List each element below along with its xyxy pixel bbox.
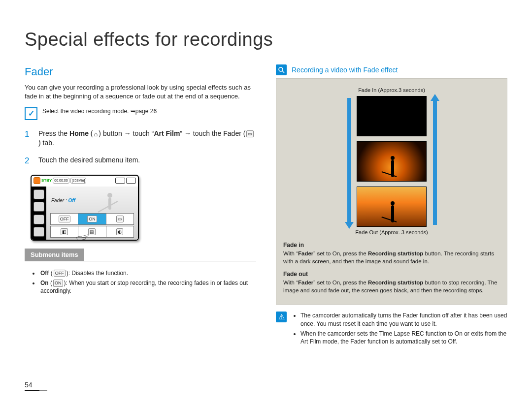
- prerequisite-row: ✓ Select the video recording mode. ➥page…: [25, 107, 256, 120]
- submenu-box: Off (OFF): Disables the function.On (ON)…: [25, 261, 256, 295]
- fade-in-subheading: Fade in: [283, 241, 500, 249]
- notes-list: The camcorder automatically turns the Fa…: [292, 312, 507, 347]
- option-extra[interactable]: ▭: [106, 214, 133, 224]
- note-item: When the camcorder sets the Time Lapse R…: [300, 330, 507, 345]
- step-1-text: Press the Home (⌂) button → touch “Art F…: [38, 129, 256, 148]
- golfer-silhouette-icon: [96, 191, 123, 216]
- svg-rect-1: [108, 198, 111, 210]
- fader-status-label: Fader : Off: [51, 197, 75, 204]
- home-icon: ⌂: [94, 130, 98, 139]
- fade-frame-black: [357, 96, 427, 136]
- card-icon: [115, 178, 125, 184]
- elapsed-time: 00:00:00: [53, 178, 69, 183]
- fade-out-caption: Fade Out (Approx. 3 seconds): [283, 229, 500, 236]
- submenu-item: Off (OFF): Disables the function.: [39, 269, 256, 277]
- record-mode-icon: [33, 177, 40, 184]
- step-2-text: Touch the desired submenu item.: [38, 156, 256, 167]
- svg-point-0: [107, 193, 112, 198]
- page-number: 54: [25, 380, 47, 391]
- svg-point-3: [279, 67, 283, 71]
- fade-frame-dim: [357, 141, 427, 182]
- submenu-items-tab: Submenu items: [25, 249, 84, 261]
- check-icon: ✓: [25, 107, 37, 120]
- magnify-icon: [276, 64, 287, 75]
- fade-effect-heading: Recording a video with Fade effect: [292, 65, 398, 75]
- fader-tab-icon: ▭: [246, 130, 254, 137]
- stby-label: STBY: [41, 178, 52, 184]
- page-title: Special effects for recordings: [25, 27, 507, 52]
- arrow-down-icon: [346, 96, 352, 227]
- fader-heading: Fader: [25, 64, 256, 79]
- side-button[interactable]: [33, 189, 44, 199]
- side-button[interactable]: [33, 227, 44, 237]
- fade-in-caption: Fade In (Approx.3 seconds): [283, 87, 500, 94]
- option-state-icon: OFF: [54, 270, 66, 277]
- caution-icon: ⚠: [276, 312, 287, 322]
- fader-intro: You can give your recording a profession…: [25, 83, 256, 100]
- side-button[interactable]: [33, 215, 44, 224]
- svg-line-2: [98, 201, 118, 212]
- fade-out-subheading: Fade out: [283, 270, 500, 278]
- submenu-item: On (ON): When you start or stop recordin…: [39, 279, 256, 295]
- arrow-up-icon: [432, 96, 437, 227]
- option-state-icon: ON: [53, 280, 63, 286]
- battery-icon: [126, 178, 136, 184]
- fade-out-paragraph: With “Fader” set to On, press the Record…: [283, 279, 500, 294]
- fade-in-paragraph: With “Fader” set to On, press the Record…: [283, 250, 500, 265]
- side-button[interactable]: [33, 202, 44, 212]
- lcd-screenshot: STBY 00:00:00 [253Min]: [31, 175, 139, 241]
- note-item: The camcorder automatically turns the Fa…: [300, 312, 507, 327]
- prerequisite-text: Select the video recording mode. ➥page 2…: [42, 107, 157, 115]
- svg-line-4: [282, 71, 284, 73]
- time-remaining: [253Min]: [70, 178, 87, 183]
- step-number-2: 2: [25, 156, 32, 167]
- bottom-option[interactable]: ◐: [106, 226, 133, 237]
- option-on[interactable]: ON: [78, 214, 106, 224]
- step-number-1: 1: [25, 129, 32, 148]
- fade-frame-bright: [357, 187, 427, 227]
- option-off[interactable]: OFF: [51, 214, 78, 224]
